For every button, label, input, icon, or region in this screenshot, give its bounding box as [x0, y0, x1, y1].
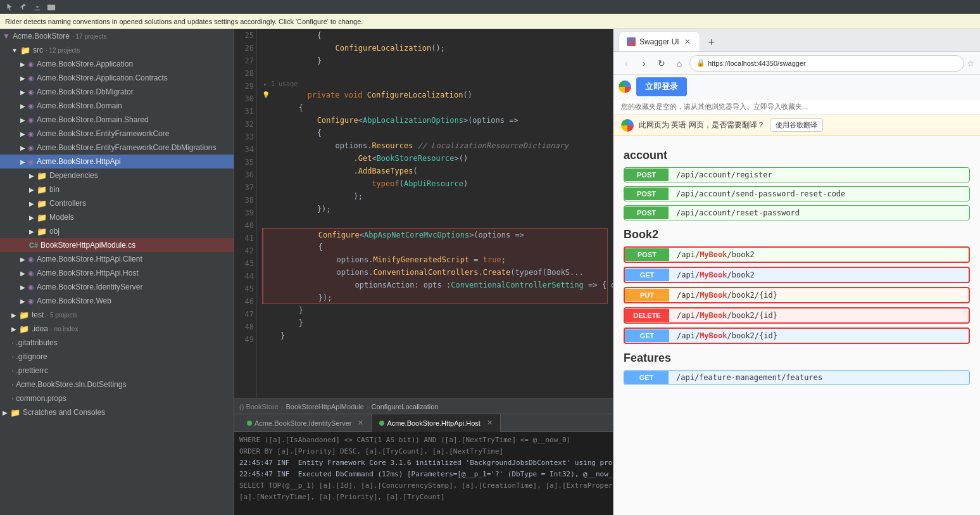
- sidebar-item-httpapi[interactable]: ▶◉Acme.BookStore.HttpApi: [0, 155, 234, 168]
- login-button[interactable]: 立即登录: [636, 77, 687, 96]
- token-plain: (typeof(BookS...: [510, 266, 584, 279]
- browser-tab-close[interactable]: ✕: [683, 37, 692, 46]
- sidebar-item-web[interactable]: ▶◉Acme.BookStore.Web: [0, 294, 234, 308]
- sidebar-item-appcontracts[interactable]: ▶◉Acme.BookStore.Application.Contracts: [0, 71, 234, 85]
- code-line: typeof(AbpUiResource): [262, 177, 608, 190]
- token-plain: {: [262, 29, 322, 42]
- pin-icon: [19, 3, 28, 11]
- swagger-endpoint[interactable]: GET/api/MyBook/book2/{id}: [624, 327, 970, 344]
- token-kw: void: [344, 89, 363, 101]
- token-type: AbpAspNetCoreMvcOptions: [364, 229, 469, 241]
- line-number: 31: [237, 105, 254, 118]
- swagger-endpoint[interactable]: POST/api/account/send-password-reset-cod…: [624, 186, 970, 201]
- sidebar-item-slnsettings[interactable]: ·Acme.BookStore.sln.DotSettings: [0, 378, 234, 391]
- token-plain: {: [263, 241, 323, 253]
- swagger-content[interactable]: accountPOST/api/account/registerPOST/api…: [613, 136, 980, 515]
- sidebar-label: Acme.BookStore.IdentityServer: [37, 283, 142, 291]
- token-plain: ();: [431, 42, 445, 54]
- sidebar-label: .gitattributes: [16, 338, 57, 347]
- close-icon[interactable]: ✕: [358, 419, 363, 427]
- swagger-endpoint[interactable]: PUT/api/MyBook/book2/{id}: [624, 287, 970, 303]
- sidebar-label: .gitignore: [16, 352, 47, 361]
- sidebar-item-obj[interactable]: ▶📁obj: [0, 224, 234, 238]
- sidebar-item-domain[interactable]: ▶◉Acme.BookStore.Domain: [0, 99, 234, 113]
- code-line: });: [262, 291, 608, 304]
- sidebar-label: Acme.BookStore.Web: [37, 296, 111, 305]
- token-plain: .: [479, 266, 483, 279]
- code-line: Configure<AbpLocalizationOptions>(option…: [262, 114, 608, 127]
- sidebar-item-app[interactable]: ▶◉Acme.BookStore.Application: [0, 57, 234, 71]
- sidebar-item-scratches[interactable]: ▶📁Scratches and Consoles: [0, 405, 234, 419]
- download-icon: [33, 3, 42, 11]
- sidebar-item-src[interactable]: ▼📁src · 12 projects: [0, 43, 234, 57]
- token-plain: {: [262, 101, 303, 114]
- forward-button[interactable]: ›: [636, 56, 651, 71]
- swagger-endpoint[interactable]: GET/api/MyBook/book2: [624, 267, 970, 283]
- breadcrumb-item[interactable]: () BookStore: [239, 403, 279, 410]
- back-button[interactable]: ‹: [619, 56, 634, 71]
- browser-tab-swagger[interactable]: Swagger UI ✕: [619, 31, 700, 51]
- sidebar-item-bookstorehttpapi[interactable]: C#BookStoreHttpApiModule.cs: [0, 238, 234, 252]
- sidebar-item-gitattributes[interactable]: ·.gitattributes: [0, 336, 234, 350]
- token-method: ConventionalControllers: [373, 266, 478, 279]
- sidebar-item-gitignore[interactable]: ·.gitignore: [0, 350, 234, 364]
- line-number: 27: [237, 54, 254, 67]
- home-button[interactable]: ⌂: [672, 56, 687, 71]
- sidebar-item-bin[interactable]: ▶📁bin: [0, 182, 234, 196]
- arrow-icon: ▶: [20, 103, 25, 110]
- sidebar-item-httphost[interactable]: ▶◉Acme.BookStore.HttpApi.Host: [0, 266, 234, 280]
- reload-button[interactable]: ↻: [654, 56, 669, 71]
- translate-button[interactable]: 使用谷歌翻译: [770, 118, 823, 132]
- swagger-endpoint[interactable]: POST/api/MyBook/book2: [624, 246, 970, 263]
- code-line: .Get<BookStoreResource>(): [262, 152, 608, 165]
- arrow-icon: ▶: [29, 186, 34, 193]
- project-icon: ◉: [28, 283, 34, 291]
- sidebar-label: Dependencies: [49, 171, 98, 180]
- code-editor: 2526272829303132333435363738394041424344…: [234, 29, 613, 414]
- token-plain: });: [262, 203, 330, 215]
- token-plain: }: [262, 54, 322, 67]
- tab-httpapi-host[interactable]: Acme.BookStore.HttpApi.Host ✕: [372, 414, 500, 432]
- swagger-endpoint[interactable]: GET/api/feature-management/features: [624, 370, 970, 385]
- address-bar[interactable]: 🔒 https://localhost:44350/swagger: [689, 55, 964, 72]
- sidebar-item-idea[interactable]: ▶📁.idea · no index: [0, 322, 234, 336]
- arrow-icon: ▶: [20, 284, 25, 291]
- breadcrumb-item[interactable]: BookStoreHttpApiModule: [286, 403, 364, 410]
- sidebar-label: Acme.BookStore.DbMigrator: [37, 87, 134, 96]
- code-line: ConfigureLocalization();: [262, 42, 608, 54]
- close-icon[interactable]: ✕: [487, 419, 493, 427]
- sidebar-item-httpclient[interactable]: ▶◉Acme.BookStore.HttpApi.Client: [0, 252, 234, 266]
- token-plain: <: [358, 114, 363, 127]
- endpoint-path: /api/MyBook/book2: [669, 268, 762, 282]
- sidebar-item-prettierrc[interactable]: ·.prettierrc: [0, 364, 234, 378]
- sidebar-item-models[interactable]: ▶📁Models: [0, 210, 234, 224]
- sidebar-item-efmigrations[interactable]: ▶◉Acme.BookStore.EntityFrameworkCore.DbM…: [0, 141, 234, 155]
- token-fn: Get: [358, 152, 372, 165]
- swagger-endpoint[interactable]: POST/api/account/register: [624, 167, 970, 182]
- bookmark-button[interactable]: ☆: [967, 58, 975, 68]
- sidebar-item-dbmigrator[interactable]: ▶◉Acme.BookStore.DbMigrator: [0, 85, 234, 99]
- sidebar-item-dependencies[interactable]: ▶📁Dependencies: [0, 168, 234, 182]
- swagger-endpoint[interactable]: DELETE/api/MyBook/book2/{id}: [624, 307, 970, 324]
- sidebar-item-commonprops[interactable]: ·common.props: [0, 391, 234, 405]
- token-plain: [263, 229, 318, 241]
- method-badge: GET: [625, 269, 669, 281]
- swagger-endpoint[interactable]: POST/api/account/reset-password: [624, 205, 970, 220]
- breadcrumb-item[interactable]: ConfigureLocalization: [372, 403, 439, 410]
- sidebar-item-ef[interactable]: ▶◉Acme.BookStore.EntityFrameworkCore: [0, 127, 234, 141]
- line-number: 33: [237, 130, 254, 143]
- sidebar-item-identityserver[interactable]: ▶◉Acme.BookStore.IdentityServer: [0, 280, 234, 294]
- new-tab-button[interactable]: +: [703, 34, 720, 51]
- lock-icon: 🔒: [696, 59, 705, 67]
- project-icon: ◉: [28, 130, 34, 138]
- sidebar-item-test[interactable]: ▶📁test · 5 projects: [0, 308, 234, 322]
- code-line: }: [262, 329, 608, 342]
- project-icon: ◉: [28, 116, 34, 124]
- sidebar-item-controllers[interactable]: ▶📁Controllers: [0, 196, 234, 210]
- sidebar-item-root[interactable]: ▼Acme.BookStore · 17 projects: [0, 29, 234, 43]
- line-number: 41: [237, 232, 254, 245]
- code-body[interactable]: { ConfigureLocalization(); }▸ 1 usage💡 p…: [257, 29, 613, 398]
- sidebar-item-domainshared[interactable]: ▶◉Acme.BookStore.Domain.Shared: [0, 113, 234, 127]
- tab-identity-server[interactable]: Acme.BookStore.IdentityServer ✕: [239, 414, 372, 432]
- token-plain: options.: [262, 139, 372, 152]
